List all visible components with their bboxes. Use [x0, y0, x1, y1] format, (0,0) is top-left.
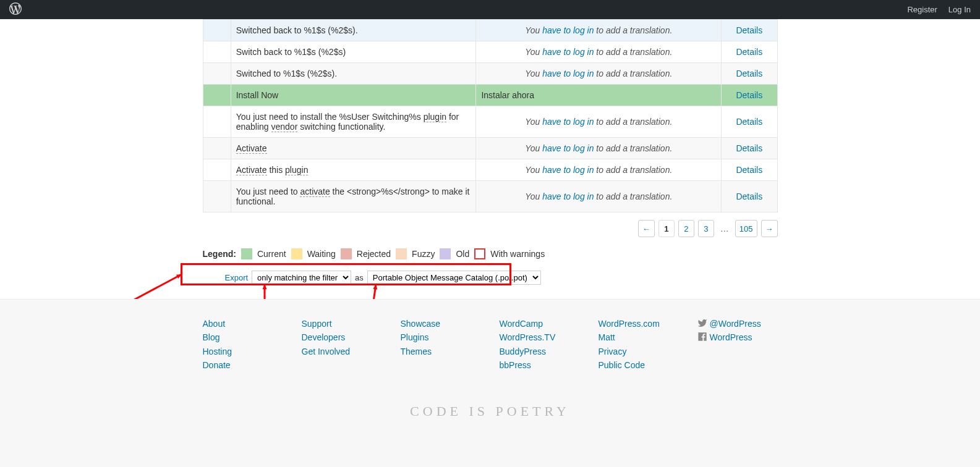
- export-bar: Export only matching the filter as Porta…: [203, 266, 778, 290]
- source-cell: Switched back to %1$s (%2$s).: [231, 20, 476, 41]
- source-cell: You just need to install the %sUser Swit…: [231, 106, 476, 138]
- translation-cell: You have to log in to add a translation.: [476, 63, 722, 85]
- footer-link-blog[interactable]: Blog: [203, 330, 283, 344]
- svg-marker-1: [176, 274, 182, 279]
- source-cell: Switched to %1$s (%2$s).: [231, 63, 476, 85]
- footer-link-buddypress[interactable]: BuddyPress: [500, 345, 580, 358]
- export-link[interactable]: Export: [225, 273, 249, 282]
- footer-link-wordpress-com[interactable]: WordPress.com: [599, 317, 679, 330]
- source-cell: Switch back to %1$s (%2$s): [231, 41, 476, 63]
- facebook-icon: [697, 332, 707, 343]
- translation-cell: You have to log in to add a translation.: [476, 138, 722, 159]
- translation-cell: You have to log in to add a translation.: [476, 41, 722, 63]
- translation-cell: You have to log in to add a translation.: [476, 159, 722, 181]
- details-cell: Details: [722, 159, 777, 181]
- login-link[interactable]: have to log in: [542, 47, 594, 57]
- footer-link-hosting[interactable]: Hosting: [203, 345, 283, 358]
- legend: Legend: Current Waiting Rejected Fuzzy O…: [203, 248, 778, 259]
- footer-link-themes[interactable]: Themes: [401, 345, 481, 358]
- legend-warnings: With warnings: [490, 249, 545, 259]
- details-cell: Details: [722, 63, 777, 85]
- details-link[interactable]: Details: [736, 165, 762, 175]
- source-cell: Activate this plugin: [231, 159, 476, 181]
- details-cell: Details: [722, 106, 777, 138]
- page-dots: …: [718, 220, 731, 237]
- translation-cell: You have to log in to add a translation.: [476, 181, 722, 212]
- export-as-label: as: [355, 273, 364, 282]
- login-link[interactable]: have to log in: [542, 165, 594, 175]
- login-link[interactable]: have to log in: [542, 117, 594, 127]
- login-link[interactable]: have to log in: [542, 69, 594, 78]
- footer-link-matt[interactable]: Matt: [599, 330, 679, 344]
- footer-twitter-link[interactable]: @WordPress: [710, 317, 761, 330]
- details-link[interactable]: Details: [736, 143, 762, 153]
- swatch-waiting: [291, 248, 302, 259]
- details-cell: Details: [722, 41, 777, 63]
- details-link[interactable]: Details: [736, 90, 762, 100]
- legend-fuzzy: Fuzzy: [412, 249, 435, 259]
- footer-link-public-code[interactable]: Public Code: [599, 358, 679, 372]
- login-link[interactable]: Log In: [948, 5, 971, 14]
- footer-link-developers[interactable]: Developers: [302, 330, 382, 344]
- translations-table: Switched back to %1$s (%2$s).You have to…: [203, 19, 778, 212]
- footer-link-privacy[interactable]: Privacy: [599, 345, 679, 358]
- swatch-current: [241, 248, 252, 259]
- priority-cell: [203, 20, 231, 41]
- footer-fb-link[interactable]: WordPress: [710, 330, 752, 344]
- swatch-warnings: [474, 248, 485, 259]
- table-row: Activate this pluginYou have to log in t…: [203, 159, 777, 181]
- login-link[interactable]: have to log in: [542, 25, 594, 35]
- footer-link-donate[interactable]: Donate: [203, 358, 283, 372]
- footer-link-about[interactable]: About: [203, 317, 283, 330]
- priority-cell: [203, 85, 231, 106]
- login-link[interactable]: have to log in: [542, 143, 594, 153]
- footer-link-plugins[interactable]: Plugins: [401, 330, 481, 344]
- pagination: ← 1 2 3 … 105 →: [203, 220, 778, 237]
- swatch-rejected: [341, 248, 352, 259]
- table-row: Switched to %1$s (%2$s).You have to log …: [203, 63, 777, 85]
- page-current: 1: [658, 220, 675, 237]
- priority-cell: [203, 181, 231, 212]
- details-cell: Details: [722, 20, 777, 41]
- footer-link-get-involved[interactable]: Get Involved: [302, 345, 382, 358]
- register-link[interactable]: Register: [907, 5, 937, 14]
- footer-link-wordpress-tv[interactable]: WordPress.TV: [500, 330, 580, 344]
- page-next[interactable]: →: [761, 220, 778, 237]
- export-format-select[interactable]: Portable Object Message Catalog (.po/.po…: [367, 271, 541, 285]
- translation-cell: Instalar ahora: [476, 85, 722, 106]
- legend-rejected: Rejected: [357, 249, 391, 259]
- priority-cell: [203, 159, 231, 181]
- login-link[interactable]: have to log in: [542, 191, 594, 201]
- table-row: Install NowInstalar ahoraDetails: [203, 85, 777, 106]
- wordpress-logo-icon[interactable]: [9, 2, 22, 17]
- page-2[interactable]: 2: [678, 220, 694, 237]
- legend-old: Old: [456, 249, 469, 259]
- twitter-icon: [697, 318, 707, 330]
- table-row: You just need to activate the <strong>%s…: [203, 181, 777, 212]
- details-link[interactable]: Details: [736, 25, 762, 35]
- table-row: ActivateYou have to log in to add a tran…: [203, 138, 777, 159]
- legend-label: Legend:: [203, 249, 236, 259]
- table-row: You just need to install the %sUser Swit…: [203, 106, 777, 138]
- footer-link-bbpress[interactable]: bbPress: [500, 358, 580, 372]
- details-link[interactable]: Details: [736, 69, 762, 78]
- details-cell: Details: [722, 85, 777, 106]
- tagline: Code is Poetry: [0, 403, 980, 419]
- footer-link-wordcamp[interactable]: WordCamp: [500, 317, 580, 330]
- page-last[interactable]: 105: [735, 220, 757, 237]
- priority-cell: [203, 106, 231, 138]
- swatch-old: [440, 248, 451, 259]
- details-cell: Details: [722, 138, 777, 159]
- table-row: Switch back to %1$s (%2$s)You have to lo…: [203, 41, 777, 63]
- priority-cell: [203, 63, 231, 85]
- details-link[interactable]: Details: [736, 191, 762, 201]
- footer-link-support[interactable]: Support: [302, 317, 382, 330]
- source-cell: Activate: [231, 138, 476, 159]
- details-link[interactable]: Details: [736, 117, 762, 127]
- footer-link-showcase[interactable]: Showcase: [401, 317, 481, 330]
- page-3[interactable]: 3: [698, 220, 714, 237]
- details-link[interactable]: Details: [736, 47, 762, 57]
- page-prev[interactable]: ←: [638, 220, 655, 237]
- export-filter-select[interactable]: only matching the filter: [252, 271, 351, 285]
- priority-cell: [203, 41, 231, 63]
